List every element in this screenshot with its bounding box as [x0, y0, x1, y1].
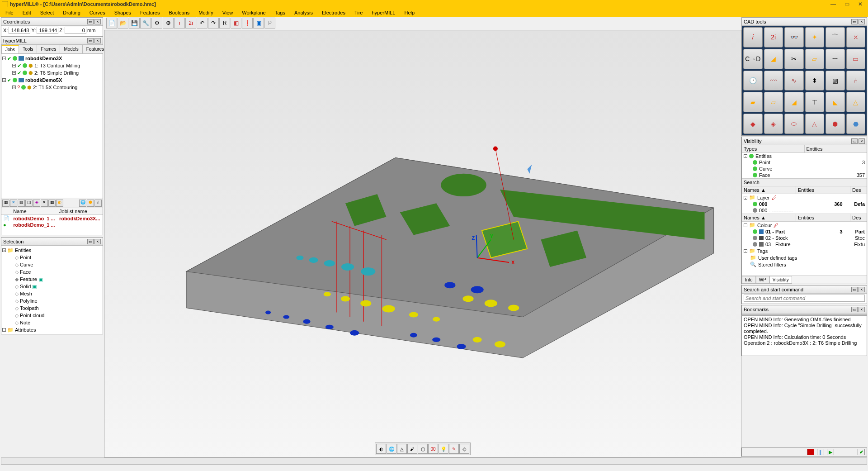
menu-help[interactable]: Help — [400, 9, 419, 16]
hm-btn-10[interactable]: ⬢ — [87, 200, 94, 207]
vis-colour-node[interactable]: -📁Colour🖊 — [742, 222, 867, 228]
tool-open-icon[interactable]: 📂 — [118, 18, 128, 29]
col-names2[interactable]: Names ▲ — [742, 214, 796, 221]
menu-workplane[interactable]: Workplane — [237, 9, 270, 16]
cad-red2-icon[interactable]: ◈ — [764, 114, 783, 134]
sel-type[interactable]: ◇Point cloud — [2, 312, 102, 319]
col-types[interactable]: Types — [742, 145, 805, 152]
vis-row[interactable]: 03 - FixtureFixtu — [742, 241, 867, 247]
cad-cross-icon[interactable]: ⤬ — [846, 27, 866, 48]
cad-table-icon[interactable]: ⊤ — [805, 92, 825, 112]
tool-info2-icon[interactable]: 2i — [185, 18, 196, 29]
menu-drafting[interactable]: Drafting — [58, 9, 85, 16]
sel-type[interactable]: ◇Face — [2, 268, 102, 276]
maximize-button[interactable]: ▭ — [841, 0, 853, 8]
vp-box-icon[interactable]: ▢ — [418, 444, 428, 454]
sel-type[interactable]: ◇Curve — [2, 261, 102, 268]
vis-row[interactable]: 000360Defa — [742, 201, 867, 207]
cad-surf-icon[interactable]: ▱ — [805, 49, 825, 69]
menu-electrodes[interactable]: Electrodes — [317, 9, 350, 16]
tool-warn-icon[interactable]: ❗ — [242, 18, 253, 29]
cad-block4-icon[interactable]: ◣ — [826, 92, 845, 112]
menu-modify[interactable]: Modify — [194, 9, 217, 16]
vp-edge-icon[interactable]: △ — [397, 444, 407, 454]
menu-shapes[interactable]: Shapes — [110, 9, 136, 16]
cad-curve-icon[interactable]: 〰 — [826, 49, 845, 69]
cad-trim-icon[interactable]: ✂ — [784, 49, 804, 69]
col-des2[interactable]: Des — [850, 214, 867, 221]
tab-tools[interactable]: Tools — [19, 45, 37, 53]
cad-block2-icon[interactable]: ▱ — [764, 92, 783, 112]
vis-search-hdr[interactable]: Search — [742, 178, 867, 186]
panel-close-icon[interactable]: × — [859, 19, 865, 24]
panel-close-icon[interactable]: × — [94, 239, 101, 244]
menu-tire[interactable]: Tire — [350, 9, 368, 16]
status-scrollbar[interactable] — [1, 457, 867, 465]
job-node[interactable]: +✔⬢1: T3 Contour Milling — [2, 62, 102, 69]
tool-info1-icon[interactable]: i — [174, 18, 185, 29]
tool-new-icon[interactable]: 📄 — [106, 18, 117, 29]
cad-ext-icon[interactable]: ⬍ — [805, 71, 825, 91]
tab-models[interactable]: Models — [60, 45, 82, 53]
cad-clock-icon[interactable]: 🕐 — [743, 71, 763, 91]
sel-type[interactable]: ◆Feature▣ — [2, 276, 102, 283]
panel-undock-icon[interactable]: ▭ — [851, 307, 858, 312]
menu-file[interactable]: File — [1, 9, 18, 16]
vp-light-icon[interactable]: 💡 — [439, 444, 448, 454]
job-node[interactable]: -✔robodkDemo5X — [2, 76, 102, 84]
cad-hex-icon[interactable]: ⬢ — [826, 114, 845, 134]
3d-viewport[interactable]: X Y Z ◐ 🌐 △ 🖌 ▢ 00 💡 ✎ ◎ — [104, 30, 741, 457]
vp-target-icon[interactable]: ◎ — [459, 444, 469, 454]
hm-btn-5[interactable]: ◈ — [33, 200, 40, 207]
panel-close-icon[interactable]: × — [859, 307, 865, 312]
hm-btn-4[interactable]: ◫ — [25, 200, 33, 207]
col-entities3[interactable]: Entities — [796, 214, 850, 221]
cad-cd-icon[interactable]: C→D — [743, 49, 763, 69]
ok-button[interactable]: ✔ — [858, 449, 865, 455]
vis-row[interactable]: 000 - ------------- — [742, 207, 867, 214]
col-names[interactable]: Names ▲ — [742, 186, 796, 194]
coord-z-input[interactable] — [65, 27, 86, 34]
pause-button[interactable]: ‖ — [817, 449, 824, 455]
tool-undo-icon[interactable]: ↶ — [197, 18, 208, 29]
menu-edit[interactable]: Edit — [18, 9, 36, 16]
tool-gear1-icon[interactable]: ⚙ — [151, 18, 162, 29]
hm-btn-11[interactable]: ☆ — [94, 200, 102, 207]
vp-globe-icon[interactable]: 🌐 — [387, 444, 396, 454]
panel-close-icon[interactable]: × — [859, 287, 865, 292]
play-button[interactable]: ▶ — [827, 449, 834, 455]
coord-y-input[interactable] — [37, 27, 58, 34]
hm-btn-3[interactable]: ▥ — [18, 200, 25, 207]
job-node[interactable]: +✔⬢2: T6 Simple Drilling — [2, 69, 102, 76]
attributes-node[interactable]: -📁Attributes — [2, 326, 102, 333]
close-button[interactable]: ✕ — [854, 0, 866, 8]
entities-node[interactable]: -📁Entities — [2, 247, 102, 254]
cad-block1-icon[interactable]: ▰ — [743, 92, 763, 112]
panel-undock-icon[interactable]: ▭ — [87, 38, 94, 43]
hm-btn-7[interactable]: ▦ — [48, 200, 56, 207]
vis-row[interactable]: 01 - Part3Part — [742, 228, 867, 235]
cad-glasses-icon[interactable]: 👓 — [784, 27, 804, 48]
vp-pen-icon[interactable]: ✎ — [449, 444, 459, 454]
tab-frames[interactable]: Frames — [37, 45, 60, 53]
panel-undock-icon[interactable]: ▭ — [87, 239, 94, 244]
col-entities[interactable]: Entities — [805, 145, 867, 152]
hm-btn-8[interactable]: ◐ — [56, 200, 63, 207]
vp-brush-icon[interactable]: 🖌 — [407, 444, 417, 454]
vis-row[interactable]: Face357 — [742, 172, 867, 178]
panel-undock-icon[interactable]: ▭ — [851, 287, 858, 292]
vis-tab-visibility[interactable]: Visibility — [769, 276, 792, 284]
tool-box-icon[interactable]: ▣ — [253, 18, 264, 29]
sel-attr[interactable]: ◇Layer🖊 — [2, 333, 102, 334]
vis-row[interactable]: Point3 — [742, 159, 867, 166]
col-entities2[interactable]: Entities — [796, 186, 850, 194]
cad-cyl-icon[interactable]: ⬭ — [784, 114, 804, 134]
vis-tab-wp[interactable]: WP — [756, 276, 769, 284]
vis-tags-node[interactable]: -📁Tags — [742, 247, 867, 254]
menu-view[interactable]: View — [218, 9, 238, 16]
menu-hypermill[interactable]: hyperMILL — [367, 9, 400, 16]
tool-cube-icon[interactable]: ◧ — [231, 18, 241, 29]
search-command-input[interactable] — [744, 295, 865, 302]
cad-hatch-icon[interactable]: ▨ — [826, 71, 845, 91]
tool-tool-icon[interactable]: 🔧 — [140, 18, 151, 29]
